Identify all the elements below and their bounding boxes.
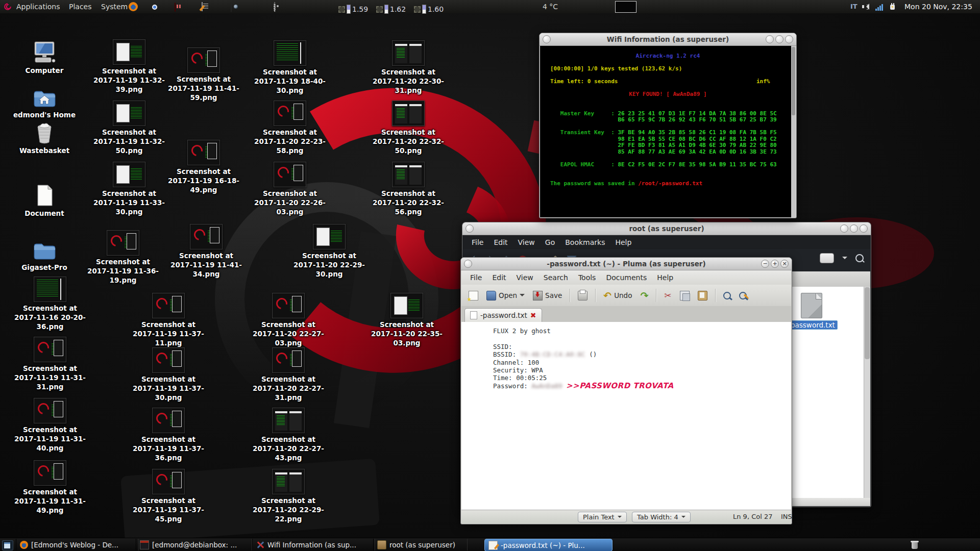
network-signal-icon[interactable] bbox=[875, 3, 884, 11]
desktop-icon-screenshot[interactable]: Screenshot at 2017-11-20 22-30- 31.png bbox=[370, 40, 447, 95]
replace-button[interactable] bbox=[737, 290, 749, 301]
fm-menu-view[interactable]: View bbox=[513, 237, 540, 247]
fm-menu-help[interactable]: Help bbox=[610, 237, 636, 247]
maximize-button[interactable]: + bbox=[771, 260, 779, 268]
taskbar-button-1[interactable]: [Edmond's Weblog - De... bbox=[16, 539, 139, 550]
find-button[interactable] bbox=[721, 290, 733, 301]
desktop-icon-screenshot[interactable]: Screenshot at 2017-11-20 22-32- 56.png bbox=[370, 162, 447, 216]
fm-menu-edit[interactable]: Edit bbox=[489, 237, 512, 247]
fm-window-titlebar[interactable]: root (as superuser) bbox=[462, 222, 871, 235]
weather-temperature[interactable]: 4 °C bbox=[543, 0, 558, 13]
menu-places[interactable]: Places bbox=[68, 0, 93, 13]
desktop-icon-screenshot[interactable]: Screenshot at 2017-11-19 11-37- 11.png bbox=[130, 293, 207, 347]
cpu-freq-applet-2[interactable]: 1.62 bbox=[376, 3, 406, 16]
package-launcher-icon[interactable] bbox=[175, 3, 176, 12]
menu-system[interactable]: System bbox=[100, 0, 129, 13]
desktop-icon-screenshot[interactable]: Screenshot at 2017-11-20 22-32- 50.png bbox=[370, 101, 447, 155]
cpu-freq-applet-3[interactable]: 1.60 bbox=[414, 3, 444, 16]
desktop-icon-screenshot[interactable]: Screenshot at 2017-11-20 22-27- 03.png bbox=[250, 293, 327, 347]
wifi-window-titlebar[interactable]: Wifi Information (as superuser) bbox=[540, 33, 796, 46]
desktop-icon-screenshot[interactable]: Screenshot at 2017-11-19 11-37- 30.png bbox=[130, 347, 207, 402]
clock[interactable]: Mon 20 Nov, 22:35 bbox=[904, 0, 972, 13]
pluma-menu-view[interactable]: View bbox=[512, 272, 538, 283]
pluma-menu-file[interactable]: File bbox=[465, 272, 486, 283]
desktop-icon-computer[interactable]: Computer bbox=[6, 39, 83, 75]
copy-button[interactable] bbox=[678, 289, 692, 302]
desktop-icon-screenshot[interactable]: Screenshot at 2017-11-19 11-36- 19.png bbox=[85, 230, 161, 285]
fm-menu-file[interactable]: File bbox=[467, 237, 488, 247]
close-button[interactable] bbox=[860, 224, 868, 233]
desktop-icon-screenshot[interactable]: Screenshot at 2017-11-19 11-41- 59.png bbox=[165, 47, 242, 102]
pluma-menu-search[interactable]: Search bbox=[539, 272, 573, 283]
firefox-launcher-icon[interactable] bbox=[129, 2, 138, 11]
tab-close-icon[interactable]: ✖ bbox=[530, 311, 536, 319]
fm-scrollbar[interactable] bbox=[864, 287, 870, 498]
pluma-text-area[interactable]: FLUX 2 by ghost SSID: BSSID: 70:4B:CD:C4… bbox=[461, 322, 791, 510]
paste-button[interactable] bbox=[696, 289, 709, 302]
desktop-icon-gigaset-pro[interactable]: Gigaset-Pro bbox=[6, 236, 83, 272]
keyboard-layout-indicator[interactable]: IT bbox=[850, 0, 857, 13]
search-icon[interactable] bbox=[855, 254, 864, 262]
desktop-icon-screenshot[interactable]: Screenshot at 2017-11-19 11-41- 34.png bbox=[168, 224, 244, 279]
desktop-icon-screenshot[interactable]: Screenshot at 2017-11-20 22-35- 03.png bbox=[369, 293, 445, 347]
desktop-icon-screenshot[interactable]: Screenshot at 2017-11-19 18-40- 30.png bbox=[252, 40, 328, 95]
desktop-icon-screenshot[interactable]: Screenshot at 2017-11-19 16-18- 49.png bbox=[165, 140, 242, 194]
tab-width-selector[interactable]: Tab Width: 4 bbox=[632, 512, 691, 522]
trash-applet-icon[interactable] bbox=[911, 540, 919, 549]
debian-menu-icon[interactable] bbox=[3, 2, 12, 11]
pluma-titlebar[interactable]: -password.txt (~) - Pluma (as superuser)… bbox=[461, 258, 792, 270]
undo-button[interactable]: ↶ Undo bbox=[601, 290, 634, 302]
tab-password-txt[interactable]: -password.txt ✖ bbox=[464, 308, 542, 322]
desktop-icon-screenshot[interactable]: Screenshot at 2017-11-20 22-26- 03.png bbox=[252, 162, 328, 216]
minimize-button[interactable]: − bbox=[761, 260, 769, 268]
taskbar-button-4[interactable]: root (as superuser) bbox=[373, 539, 468, 550]
open-dropdown-icon[interactable] bbox=[520, 294, 525, 299]
taskbar-button-3[interactable]: Wifi Information (as sup... bbox=[252, 539, 375, 550]
power-plug-icon[interactable] bbox=[889, 3, 897, 11]
desktop-icon-screenshot[interactable]: Screenshot at 2017-11-20 22-27- 31.png bbox=[250, 347, 327, 402]
desktop-icon-screenshot[interactable]: Screenshot at 2017-11-19 11-32- 39.png bbox=[91, 39, 167, 94]
menu-applications[interactable]: Applications bbox=[15, 0, 61, 13]
desktop-icon-screenshot[interactable]: Screenshot at 2017-11-20 22-27- 43.png bbox=[250, 408, 327, 462]
desktop-icon-screenshot[interactable]: Screenshot at 2017-11-20 22-29- 30.png bbox=[291, 224, 368, 279]
maximize-button[interactable] bbox=[850, 224, 858, 233]
desktop-icon-screenshot[interactable]: Screenshot at 2017-11-19 11-31- 40.png bbox=[12, 398, 88, 453]
show-desktop-button[interactable] bbox=[2, 540, 13, 550]
pluma-menu-help[interactable]: Help bbox=[652, 272, 678, 283]
screenshot-launcher-icon[interactable] bbox=[231, 3, 232, 12]
view-selector-chevron-icon[interactable] bbox=[842, 257, 847, 262]
language-selector[interactable]: Plain Text bbox=[578, 512, 627, 522]
desktop-icon-document[interactable]: Document bbox=[6, 182, 83, 218]
pluma-menu-edit[interactable]: Edit bbox=[487, 272, 510, 283]
zoom-level-button[interactable] bbox=[820, 253, 834, 263]
close-button[interactable]: × bbox=[780, 260, 789, 268]
desktop-icon-screenshot[interactable]: Screenshot at 2017-11-20 22-29- 22.png bbox=[250, 469, 327, 523]
desktop-icon-screenshot[interactable]: Screenshot at 2017-11-20 22-23- 58.png bbox=[252, 101, 328, 155]
open-button[interactable]: Open bbox=[484, 289, 527, 302]
pluma-menu-tools[interactable]: Tools bbox=[574, 272, 601, 283]
desktop-icon-home[interactable]: edmond's Home bbox=[6, 83, 83, 119]
close-button[interactable] bbox=[785, 35, 793, 43]
desktop-icon-screenshot[interactable]: Screenshot at 2017-11-19 11-32- 50.png bbox=[91, 101, 167, 155]
desktop-icon-screenshot[interactable]: Screenshot at 2017-11-19 11-31- 31.png bbox=[12, 337, 88, 391]
new-document-button[interactable] bbox=[467, 289, 480, 302]
desktop-icon-screenshot[interactable]: Screenshot at 2017-11-19 11-33- 30.png bbox=[91, 162, 167, 216]
save-button[interactable]: Save bbox=[531, 289, 564, 302]
pluma-menu-documents[interactable]: Documents bbox=[601, 272, 651, 283]
fm-menu-bookmarks[interactable]: Bookmarks bbox=[560, 237, 609, 247]
desktop-icon-screenshot[interactable]: Screenshot at 2017-11-19 11-37- 36.png bbox=[130, 408, 207, 462]
taskbar-button-5[interactable]: -password.txt (~) - Plu... bbox=[484, 539, 612, 551]
system-monitor-icon[interactable] bbox=[274, 2, 276, 12]
redo-button[interactable]: ↷ bbox=[638, 290, 650, 302]
desktop-icon-screenshot[interactable]: Screenshot at 2017-11-19 11-37- 45.png bbox=[130, 469, 207, 523]
text-editor-launcher-icon[interactable] bbox=[202, 2, 203, 11]
fm-menu-go[interactable]: Go bbox=[541, 237, 559, 247]
minimize-button[interactable] bbox=[766, 35, 774, 43]
volume-icon[interactable] bbox=[862, 4, 869, 10]
desktop-icon-screenshot[interactable]: Screenshot at 2017-11-19 11-31- 49.png bbox=[12, 460, 88, 515]
taskbar-button-2[interactable]: [edmond@debianbox: ... bbox=[136, 539, 252, 550]
cpu-freq-applet-1[interactable]: 1.59 bbox=[338, 3, 368, 16]
maximize-button[interactable] bbox=[775, 35, 783, 43]
desktop-icon-wastebasket[interactable]: Wastebasket bbox=[6, 119, 83, 155]
desktop-icon-screenshot[interactable]: Screenshot at 2017-11-16 20-20- 36.png bbox=[12, 277, 88, 331]
